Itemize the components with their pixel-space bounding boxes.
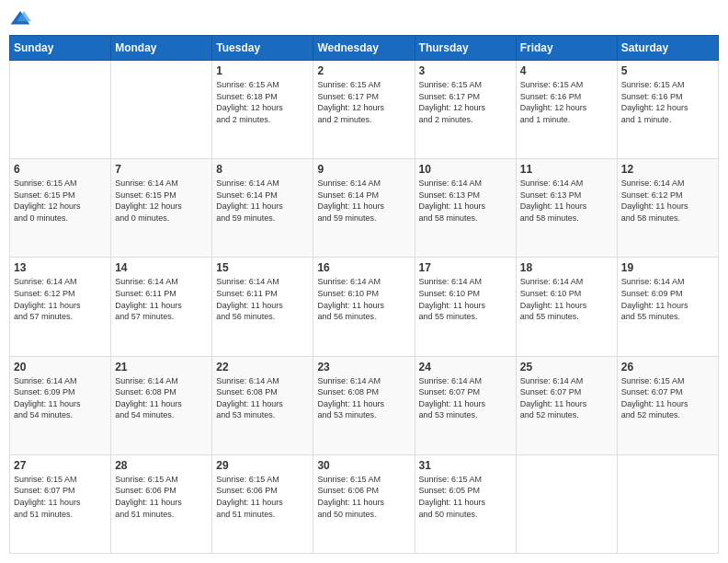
calendar-cell: 26Sunrise: 6:15 AM Sunset: 6:07 PM Dayli… (617, 356, 718, 454)
day-info: Sunrise: 6:15 AM Sunset: 6:17 PM Dayligh… (317, 79, 410, 125)
day-info: Sunrise: 6:14 AM Sunset: 6:08 PM Dayligh… (317, 375, 410, 421)
day-number: 17 (419, 261, 512, 274)
calendar-cell: 13Sunrise: 6:14 AM Sunset: 6:12 PM Dayli… (10, 258, 111, 356)
day-info: Sunrise: 6:14 AM Sunset: 6:10 PM Dayligh… (520, 276, 613, 322)
day-number: 18 (520, 261, 613, 274)
day-info: Sunrise: 6:14 AM Sunset: 6:11 PM Dayligh… (216, 276, 309, 322)
calendar-cell: 1Sunrise: 6:15 AM Sunset: 6:18 PM Daylig… (212, 61, 313, 159)
calendar-cell: 8Sunrise: 6:14 AM Sunset: 6:14 PM Daylig… (212, 159, 313, 258)
day-number: 27 (14, 459, 107, 472)
calendar-cell: 29Sunrise: 6:15 AM Sunset: 6:06 PM Dayli… (212, 454, 313, 553)
calendar-cell: 25Sunrise: 6:14 AM Sunset: 6:07 PM Dayli… (516, 356, 617, 454)
logo-icon (9, 9, 31, 28)
col-thursday: Thursday (415, 36, 516, 61)
calendar-cell: 11Sunrise: 6:14 AM Sunset: 6:13 PM Dayli… (516, 159, 617, 258)
calendar-week-4: 20Sunrise: 6:14 AM Sunset: 6:09 PM Dayli… (10, 356, 719, 454)
col-monday: Monday (111, 36, 212, 61)
calendar-cell: 15Sunrise: 6:14 AM Sunset: 6:11 PM Dayli… (212, 258, 313, 356)
header-row: Sunday Monday Tuesday Wednesday Thursday… (10, 36, 719, 61)
day-info: Sunrise: 6:15 AM Sunset: 6:06 PM Dayligh… (216, 474, 309, 520)
day-number: 2 (317, 64, 410, 77)
day-number: 31 (419, 459, 512, 472)
calendar-cell: 20Sunrise: 6:14 AM Sunset: 6:09 PM Dayli… (10, 356, 111, 454)
day-info: Sunrise: 6:14 AM Sunset: 6:07 PM Dayligh… (419, 375, 512, 421)
col-saturday: Saturday (617, 36, 718, 61)
calendar-body: 1Sunrise: 6:15 AM Sunset: 6:18 PM Daylig… (10, 61, 719, 554)
page: Sunday Monday Tuesday Wednesday Thursday… (0, 0, 728, 563)
col-friday: Friday (516, 36, 617, 61)
calendar-cell: 16Sunrise: 6:14 AM Sunset: 6:10 PM Dayli… (313, 258, 415, 356)
calendar-cell: 6Sunrise: 6:15 AM Sunset: 6:15 PM Daylig… (10, 159, 111, 258)
day-info: Sunrise: 6:14 AM Sunset: 6:11 PM Dayligh… (115, 276, 208, 322)
calendar-cell: 17Sunrise: 6:14 AM Sunset: 6:10 PM Dayli… (415, 258, 516, 356)
day-number: 16 (317, 261, 410, 274)
day-info: Sunrise: 6:15 AM Sunset: 6:15 PM Dayligh… (14, 178, 107, 224)
day-info: Sunrise: 6:15 AM Sunset: 6:16 PM Dayligh… (621, 79, 714, 125)
calendar-cell: 9Sunrise: 6:14 AM Sunset: 6:14 PM Daylig… (313, 159, 415, 258)
calendar-table: Sunday Monday Tuesday Wednesday Thursday… (9, 35, 719, 554)
day-info: Sunrise: 6:14 AM Sunset: 6:14 PM Dayligh… (317, 178, 410, 224)
day-number: 20 (14, 361, 107, 373)
day-number: 1 (216, 64, 309, 77)
calendar-cell: 27Sunrise: 6:15 AM Sunset: 6:07 PM Dayli… (10, 454, 111, 553)
day-number: 13 (14, 261, 107, 274)
day-number: 24 (419, 361, 512, 373)
col-tuesday: Tuesday (212, 36, 313, 61)
day-number: 29 (216, 459, 309, 472)
day-number: 22 (216, 361, 309, 373)
day-info: Sunrise: 6:14 AM Sunset: 6:08 PM Dayligh… (216, 375, 309, 421)
calendar-cell: 10Sunrise: 6:14 AM Sunset: 6:13 PM Dayli… (415, 159, 516, 258)
day-number: 15 (216, 261, 309, 274)
day-info: Sunrise: 6:15 AM Sunset: 6:05 PM Dayligh… (419, 474, 512, 520)
calendar-week-2: 6Sunrise: 6:15 AM Sunset: 6:15 PM Daylig… (10, 159, 719, 258)
calendar-cell: 21Sunrise: 6:14 AM Sunset: 6:08 PM Dayli… (111, 356, 212, 454)
day-number: 19 (621, 261, 714, 274)
day-info: Sunrise: 6:14 AM Sunset: 6:14 PM Dayligh… (216, 178, 309, 224)
day-number: 6 (14, 163, 107, 176)
header (9, 9, 719, 28)
calendar-week-3: 13Sunrise: 6:14 AM Sunset: 6:12 PM Dayli… (10, 258, 719, 356)
day-info: Sunrise: 6:14 AM Sunset: 6:12 PM Dayligh… (14, 276, 107, 322)
day-number: 28 (115, 459, 208, 472)
day-number: 12 (621, 163, 714, 176)
calendar-week-1: 1Sunrise: 6:15 AM Sunset: 6:18 PM Daylig… (10, 61, 719, 159)
calendar-cell (516, 454, 617, 553)
day-number: 11 (520, 163, 613, 176)
day-number: 3 (419, 64, 512, 77)
day-number: 23 (317, 361, 410, 373)
calendar-cell: 24Sunrise: 6:14 AM Sunset: 6:07 PM Dayli… (415, 356, 516, 454)
calendar-cell: 5Sunrise: 6:15 AM Sunset: 6:16 PM Daylig… (617, 61, 718, 159)
day-info: Sunrise: 6:14 AM Sunset: 6:08 PM Dayligh… (115, 375, 208, 421)
calendar-header: Sunday Monday Tuesday Wednesday Thursday… (10, 36, 719, 61)
calendar-cell: 7Sunrise: 6:14 AM Sunset: 6:15 PM Daylig… (111, 159, 212, 258)
calendar-cell (617, 454, 718, 553)
calendar-cell: 2Sunrise: 6:15 AM Sunset: 6:17 PM Daylig… (313, 61, 415, 159)
day-info: Sunrise: 6:15 AM Sunset: 6:06 PM Dayligh… (317, 474, 410, 520)
day-info: Sunrise: 6:14 AM Sunset: 6:12 PM Dayligh… (621, 178, 714, 224)
day-number: 9 (317, 163, 410, 176)
day-info: Sunrise: 6:14 AM Sunset: 6:15 PM Dayligh… (115, 178, 208, 224)
day-info: Sunrise: 6:14 AM Sunset: 6:10 PM Dayligh… (317, 276, 410, 322)
day-info: Sunrise: 6:14 AM Sunset: 6:10 PM Dayligh… (419, 276, 512, 322)
calendar-cell: 19Sunrise: 6:14 AM Sunset: 6:09 PM Dayli… (617, 258, 718, 356)
day-info: Sunrise: 6:14 AM Sunset: 6:13 PM Dayligh… (419, 178, 512, 224)
calendar-cell: 3Sunrise: 6:15 AM Sunset: 6:17 PM Daylig… (415, 61, 516, 159)
day-info: Sunrise: 6:15 AM Sunset: 6:07 PM Dayligh… (14, 474, 107, 520)
day-info: Sunrise: 6:15 AM Sunset: 6:07 PM Dayligh… (621, 375, 714, 421)
day-info: Sunrise: 6:14 AM Sunset: 6:09 PM Dayligh… (621, 276, 714, 322)
day-info: Sunrise: 6:15 AM Sunset: 6:17 PM Dayligh… (419, 79, 512, 125)
day-info: Sunrise: 6:14 AM Sunset: 6:13 PM Dayligh… (520, 178, 613, 224)
calendar-cell: 31Sunrise: 6:15 AM Sunset: 6:05 PM Dayli… (415, 454, 516, 553)
col-sunday: Sunday (10, 36, 111, 61)
calendar-cell: 28Sunrise: 6:15 AM Sunset: 6:06 PM Dayli… (111, 454, 212, 553)
day-number: 30 (317, 459, 410, 472)
calendar-cell: 23Sunrise: 6:14 AM Sunset: 6:08 PM Dayli… (313, 356, 415, 454)
calendar-cell: 18Sunrise: 6:14 AM Sunset: 6:10 PM Dayli… (516, 258, 617, 356)
col-wednesday: Wednesday (313, 36, 415, 61)
calendar-cell (10, 61, 111, 159)
day-number: 25 (520, 361, 613, 373)
calendar-cell (111, 61, 212, 159)
day-info: Sunrise: 6:14 AM Sunset: 6:09 PM Dayligh… (14, 375, 107, 421)
calendar-cell: 4Sunrise: 6:15 AM Sunset: 6:16 PM Daylig… (516, 61, 617, 159)
day-info: Sunrise: 6:14 AM Sunset: 6:07 PM Dayligh… (520, 375, 613, 421)
